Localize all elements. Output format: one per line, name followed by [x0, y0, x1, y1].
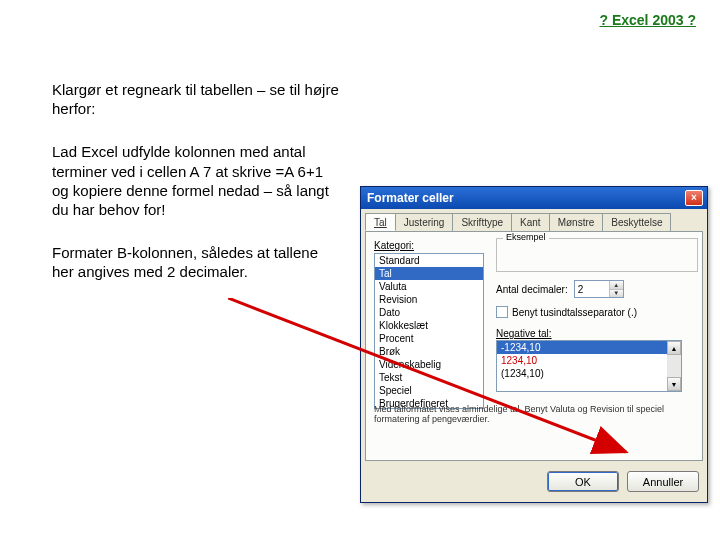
list-item[interactable]: Tal	[375, 267, 483, 280]
list-item[interactable]: Standard	[375, 254, 483, 267]
list-item[interactable]: Klokkeslæt	[375, 319, 483, 332]
tab-skrifttype[interactable]: Skrifttype	[452, 213, 512, 231]
dialog-tabs: Tal Justering Skrifttype Kant Mønstre Be…	[361, 209, 707, 231]
dialog-titlebar[interactable]: Formater celler ×	[361, 187, 707, 209]
list-item[interactable]: Videnskabelig	[375, 358, 483, 371]
negative-label: Negative tal:	[496, 328, 552, 339]
scrollbar[interactable]: ▲ ▼	[667, 341, 681, 391]
paragraph-2: Lad Excel udfylde kolonnen med antal ter…	[52, 142, 342, 219]
tab-monstre[interactable]: Mønstre	[549, 213, 604, 231]
tab-beskyttelse[interactable]: Beskyttelse	[602, 213, 671, 231]
tab-content: Kategori: Standard Tal Valuta Revision D…	[365, 231, 703, 461]
list-item[interactable]: Procent	[375, 332, 483, 345]
list-item[interactable]: Speciel	[375, 384, 483, 397]
thousands-checkbox[interactable]	[496, 306, 508, 318]
format-cells-dialog: Formater celler × Tal Justering Skriftty…	[360, 186, 708, 503]
cancel-button[interactable]: Annuller	[627, 471, 699, 492]
ok-button[interactable]: OK	[547, 471, 619, 492]
list-item[interactable]: -1234,10	[497, 341, 667, 354]
instruction-text: Klargør et regneark til tabellen – se ti…	[52, 80, 342, 306]
list-item[interactable]: (1234,10)	[497, 367, 667, 380]
eksempel-groupbox: Eksempel	[496, 238, 698, 272]
list-item[interactable]: Tekst	[375, 371, 483, 384]
tab-justering[interactable]: Justering	[395, 213, 454, 231]
dialog-buttons: OK Annuller	[361, 465, 707, 502]
decimals-spinner[interactable]: ▲ ▼	[574, 280, 624, 298]
paragraph-3: Formater B-kolonnen, således at tallene …	[52, 243, 342, 281]
spinner-down-icon[interactable]: ▼	[609, 289, 623, 298]
list-item[interactable]: 1234,10	[497, 354, 667, 367]
header-link[interactable]: ? Excel 2003 ?	[599, 12, 696, 28]
spinner-up-icon[interactable]: ▲	[609, 281, 623, 289]
dialog-title: Formater celler	[367, 191, 454, 205]
list-item[interactable]: Revision	[375, 293, 483, 306]
negative-listbox[interactable]: -1234,10 1234,10 (1234,10) ▲ ▼	[496, 340, 682, 392]
help-text: Med talformatet vises almindelige tal. B…	[374, 404, 694, 424]
tab-tal[interactable]: Tal	[365, 213, 396, 231]
scroll-down-icon[interactable]: ▼	[667, 377, 681, 391]
scroll-up-icon[interactable]: ▲	[667, 341, 681, 355]
decimals-input[interactable]	[575, 281, 609, 297]
scroll-track[interactable]	[667, 355, 681, 377]
tab-kant[interactable]: Kant	[511, 213, 550, 231]
thousands-label: Benyt tusindtalsseparator (.)	[512, 307, 637, 318]
close-icon[interactable]: ×	[685, 190, 703, 206]
decimals-label: Antal decimaler:	[496, 284, 568, 295]
paragraph-1: Klargør et regneark til tabellen – se ti…	[52, 80, 342, 118]
eksempel-legend: Eksempel	[503, 232, 549, 242]
list-item[interactable]: Dato	[375, 306, 483, 319]
list-item[interactable]: Brøk	[375, 345, 483, 358]
list-item[interactable]: Valuta	[375, 280, 483, 293]
category-listbox[interactable]: Standard Tal Valuta Revision Dato Klokke…	[374, 253, 484, 409]
